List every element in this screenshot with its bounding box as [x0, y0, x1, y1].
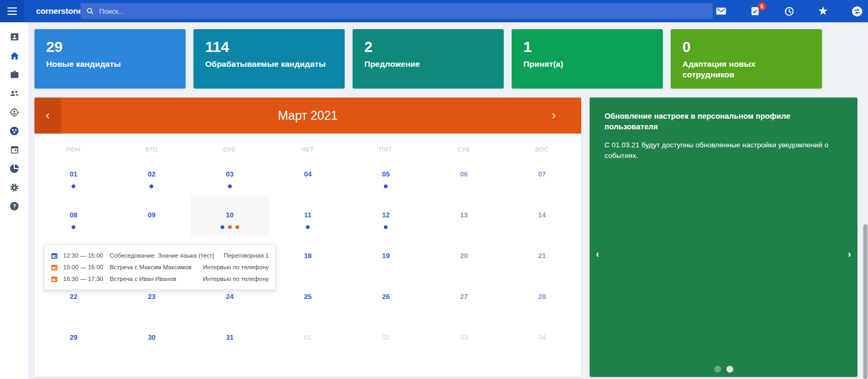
- home-icon: [10, 51, 20, 61]
- event-calendar-icon: [51, 264, 58, 271]
- calendar-event-row[interactable]: 15:00 — 16:00Встреча с Максим МаксимовИн…: [51, 261, 269, 273]
- event-dots: [425, 348, 503, 352]
- sidebar-item-help[interactable]: ?: [0, 197, 29, 216]
- favorites-button[interactable]: ★: [816, 4, 830, 18]
- stat-value: 114: [205, 39, 333, 56]
- event-dot: [384, 225, 388, 229]
- calendar-day-cell[interactable]: 05: [347, 155, 425, 196]
- sidebar-item-profile-card[interactable]: [0, 28, 29, 47]
- calendar-day-cell[interactable]: 01: [34, 155, 112, 196]
- calendar-day-cell[interactable]: 03: [191, 155, 269, 196]
- day-number: 06: [425, 171, 503, 178]
- day-number: 30: [112, 334, 190, 341]
- stat-value: 29: [46, 39, 174, 56]
- tasks-button[interactable]: 6: [748, 4, 762, 18]
- mail-button[interactable]: [714, 4, 728, 18]
- sidebar-item-jobs[interactable]: [0, 65, 29, 84]
- carousel-dot[interactable]: [726, 366, 733, 373]
- calendar-day-cell[interactable]: 30: [112, 318, 190, 359]
- calendar-day-cell[interactable]: 18: [269, 236, 347, 277]
- day-number: 13: [425, 211, 503, 219]
- calendar-day-cell[interactable]: 04: [269, 155, 347, 196]
- stat-card-onboarding[interactable]: 0 Адаптация новых сотрудников: [671, 29, 822, 89]
- calendar-day-cell[interactable]: 04: [503, 318, 581, 359]
- event-location: Интервью по телефону: [203, 264, 269, 270]
- day-events-popup: 12:30 — 15:00Собеседование: Знание языка…: [44, 244, 276, 290]
- calendar-day-cell[interactable]: 11: [269, 196, 347, 236]
- calendar-day-cell[interactable]: 27: [425, 277, 503, 318]
- brand-text: cornerstone: [36, 6, 82, 16]
- sidebar-item-home[interactable]: [0, 47, 29, 66]
- profile-switch-button[interactable]: [850, 4, 864, 18]
- sidebar-item-team[interactable]: [0, 122, 29, 141]
- global-search[interactable]: [81, 3, 713, 19]
- page-scrollbar-track[interactable]: [863, 22, 868, 379]
- carousel-next-button[interactable]: ›: [843, 246, 856, 262]
- calendar-event-row[interactable]: 12:30 — 15:00Собеседование: Знание языка…: [51, 250, 269, 261]
- history-icon: [783, 5, 795, 17]
- search-input[interactable]: [99, 7, 707, 15]
- calendar-day-cell[interactable]: 07: [503, 155, 581, 196]
- calendar-next-button[interactable]: ›: [552, 98, 556, 134]
- sidebar-item-settings[interactable]: [0, 178, 29, 197]
- calendar-day-cell[interactable]: 12: [347, 196, 425, 236]
- history-button[interactable]: [782, 4, 796, 18]
- day-number: 03: [425, 334, 503, 341]
- calendar-day-cell[interactable]: 20: [425, 236, 503, 277]
- event-title: Встреча с Иван Иванов: [110, 276, 203, 282]
- calendar-day-cell[interactable]: 29: [34, 318, 112, 359]
- event-dots: [191, 307, 269, 311]
- carousel-dot[interactable]: [714, 366, 721, 373]
- calendar-day-cell[interactable]: 13: [425, 196, 503, 236]
- event-dot: [72, 184, 75, 188]
- menu-toggle-button[interactable]: [0, 0, 24, 22]
- calendar-day-cell[interactable]: 02: [347, 318, 425, 359]
- stat-card-offer[interactable]: 2 Предложение: [353, 29, 504, 89]
- event-dots: [269, 266, 347, 270]
- calendar-event-row[interactable]: 16:30 — 17:30Встреча с Иван ИвановИнтерв…: [51, 273, 269, 285]
- calendar-day-cell[interactable]: 14: [503, 196, 581, 236]
- calendar-day-cell[interactable]: 26: [347, 277, 425, 318]
- event-calendar-icon: [51, 252, 58, 259]
- stat-card-hired[interactable]: 1 Принят(а): [512, 29, 663, 89]
- stat-label: Принят(а): [523, 59, 645, 69]
- calendar-day-cell[interactable]: 19: [347, 236, 425, 277]
- day-number: 20: [425, 252, 503, 260]
- calendar-day-cell[interactable]: 31: [191, 318, 269, 359]
- chevron-left-icon: ‹: [596, 248, 599, 259]
- sidebar-item-reports[interactable]: [0, 160, 29, 179]
- calendar-day-cell[interactable]: 08: [34, 196, 112, 236]
- carousel-prev-button[interactable]: ‹: [591, 246, 604, 262]
- day-number: 04: [503, 334, 581, 341]
- calendar-weekday-row: ПОНВТОСРЕЧЕТПЯТСУБВОС: [34, 146, 581, 153]
- stat-card-processing-candidates[interactable]: 114 Обрабатываемые кандидаты: [194, 29, 345, 89]
- stat-label: Обрабатываемые кандидаты: [205, 59, 327, 69]
- calendar-day-cell[interactable]: 01: [269, 318, 347, 359]
- calendar-day-cell[interactable]: 21: [503, 236, 581, 277]
- day-number: 10: [191, 211, 269, 219]
- page-scrollbar-thumb[interactable]: [863, 224, 867, 379]
- event-dots: [503, 184, 581, 189]
- sidebar-item-recruiting[interactable]: [0, 103, 29, 122]
- cornerstone-logo[interactable]: cornerstone: [36, 0, 82, 22]
- stat-value: 2: [364, 39, 492, 56]
- sidebar-item-calendar[interactable]: [0, 140, 29, 160]
- profile-switch-icon: [851, 5, 863, 17]
- stat-card-new-candidates[interactable]: 29 Новые кандидаты: [34, 29, 186, 89]
- event-dots: [34, 307, 112, 311]
- calendar-day-cell[interactable]: 02: [112, 155, 190, 196]
- weekday-label: ВТО: [112, 146, 190, 153]
- calendar-day-cell[interactable]: 03: [425, 318, 503, 359]
- calendar-prev-button[interactable]: ‹: [34, 98, 61, 134]
- calendar-day-cell[interactable]: 09: [112, 196, 190, 236]
- event-dots: [425, 184, 503, 189]
- day-number: 24: [191, 293, 269, 301]
- calendar-day-cell[interactable]: 10: [191, 196, 269, 236]
- calendar-day-cell[interactable]: 06: [425, 155, 503, 196]
- tasks-badge: 6: [758, 2, 766, 11]
- calendar-day-cell[interactable]: 28: [503, 277, 581, 318]
- announcement-body: С 01.03.21 будут доступны обновленные на…: [604, 140, 843, 162]
- calendar-day-cell[interactable]: 25: [269, 277, 347, 318]
- event-dots: [347, 225, 425, 230]
- sidebar-item-candidates[interactable]: [0, 84, 29, 103]
